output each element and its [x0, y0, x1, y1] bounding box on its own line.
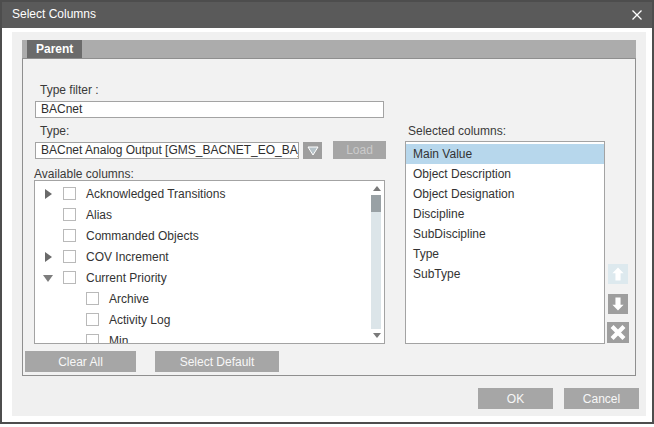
ok-button[interactable]: OK [478, 388, 553, 409]
dialog-body: Parent Type filter : BACnet Type: BACnet… [12, 32, 646, 416]
tree-item-label: Archive [109, 292, 149, 306]
scrollbar[interactable] [370, 182, 383, 342]
arrow-down-icon [610, 296, 626, 312]
checkbox[interactable] [86, 334, 99, 344]
tree-item-label: COV Increment [86, 250, 169, 264]
selected-column-item[interactable]: Object Designation [406, 184, 604, 204]
arrow-up-icon [610, 266, 626, 282]
scrollbar-track[interactable] [371, 195, 381, 329]
tree-item-label: Current Priority [86, 271, 167, 285]
tree-item-label: Alias [86, 208, 112, 222]
tree-item-label: Activity Log [109, 313, 170, 327]
tree-item[interactable]: Commanded Objects [35, 225, 369, 246]
remove-x-icon [609, 324, 627, 341]
selected-column-item[interactable]: Discipline [406, 204, 604, 224]
selected-columns-label: Selected columns: [408, 124, 506, 138]
chevron-down-icon[interactable] [303, 142, 322, 159]
type-combo-input[interactable]: BACnet Analog Output [GMS_BACNET_EO_BA_A… [35, 142, 299, 159]
checkbox[interactable] [63, 250, 76, 263]
remove-column-button[interactable] [607, 322, 629, 343]
expander-spacer [43, 230, 55, 242]
checkbox[interactable] [63, 271, 76, 284]
move-down-button[interactable] [608, 294, 628, 314]
checkbox[interactable] [86, 313, 99, 326]
selected-column-item[interactable]: SubType [406, 264, 604, 284]
cancel-button[interactable]: Cancel [564, 388, 639, 409]
available-columns-rows: Acknowledged TransitionsAliasCommanded O… [35, 183, 369, 343]
tree-item[interactable]: Archive [35, 288, 369, 309]
scroll-up-icon[interactable] [373, 186, 381, 191]
tab-content: Type filter : BACnet Type: BACnet Analog… [22, 58, 636, 376]
selected-column-item[interactable]: SubDiscipline [406, 224, 604, 244]
expand-icon[interactable] [43, 251, 55, 263]
checkbox[interactable] [86, 292, 99, 305]
collapse-icon[interactable] [43, 272, 55, 284]
checkbox[interactable] [63, 229, 76, 242]
checkbox[interactable] [63, 187, 76, 200]
tree-item-label: Commanded Objects [86, 229, 199, 243]
selected-column-item[interactable]: Main Value [406, 144, 604, 164]
expander-spacer [66, 314, 78, 326]
type-filter-input[interactable]: BACnet [35, 101, 384, 118]
move-up-button[interactable] [608, 264, 628, 284]
select-default-button[interactable]: Select Default [155, 351, 279, 372]
tree-item[interactable]: Activity Log [35, 309, 369, 330]
tree-item[interactable]: Min [35, 330, 369, 344]
tab-strip: Parent [22, 40, 636, 58]
tree-item[interactable]: COV Increment [35, 246, 369, 267]
scroll-down-icon[interactable] [373, 333, 381, 338]
type-label: Type: [40, 124, 69, 138]
tree-item-label: Acknowledged Transitions [86, 187, 225, 201]
tab-parent[interactable]: Parent [27, 40, 82, 58]
clear-all-button[interactable]: Clear All [25, 351, 136, 372]
tree-item[interactable]: Current Priority [35, 267, 369, 288]
selected-columns-list[interactable]: Main ValueObject DescriptionObject Desig… [405, 141, 605, 344]
selected-column-item[interactable]: Type [406, 244, 604, 264]
expander-spacer [66, 335, 78, 345]
dialog-title: Select Columns [12, 2, 96, 27]
selected-column-item[interactable]: Object Description [406, 164, 604, 184]
available-columns-list[interactable]: Acknowledged TransitionsAliasCommanded O… [34, 180, 385, 344]
available-columns-label: Available columns: [34, 167, 134, 181]
checkbox[interactable] [63, 208, 76, 221]
close-icon[interactable] [629, 7, 645, 23]
expand-icon[interactable] [43, 188, 55, 200]
expander-spacer [66, 293, 78, 305]
tree-item[interactable]: Acknowledged Transitions [35, 183, 369, 204]
select-columns-dialog: Select Columns Parent Type filter : BACn… [0, 0, 654, 424]
expander-spacer [43, 209, 55, 221]
type-filter-label: Type filter : [40, 83, 99, 97]
titlebar: Select Columns [2, 2, 652, 28]
tree-item[interactable]: Alias [35, 204, 369, 225]
scrollbar-thumb[interactable] [371, 195, 381, 212]
tree-item-label: Min [109, 334, 128, 345]
load-button[interactable]: Load [333, 141, 386, 159]
